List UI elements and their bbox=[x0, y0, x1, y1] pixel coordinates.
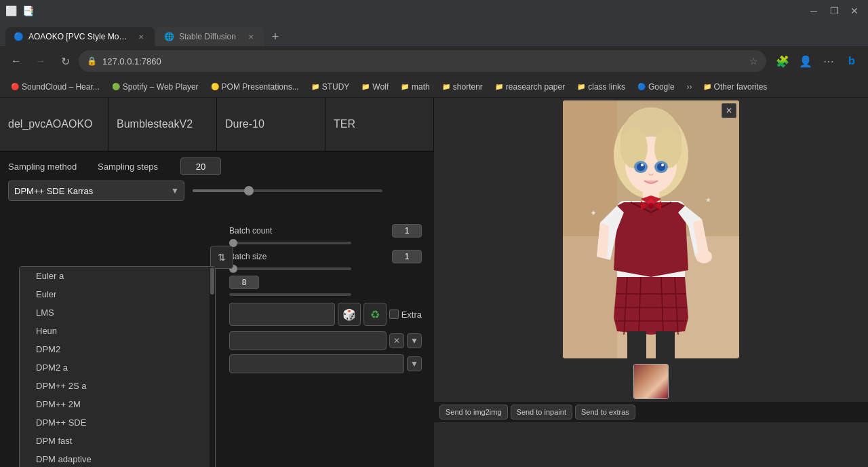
batch-size-slider-container bbox=[229, 267, 422, 270]
profile-button[interactable]: 👤 bbox=[795, 50, 816, 72]
dropdown-field-2[interactable] bbox=[229, 354, 404, 373]
sampling-section: Sampling method Sampling steps 20 DPM++ … bbox=[0, 152, 434, 212]
send-to-inpaint-button[interactable]: Send to inpaint bbox=[511, 405, 572, 419]
dropdown-item-dpmppsde[interactable]: DPM++ SDE bbox=[20, 413, 215, 432]
dropdown-item-label: DPM2 a bbox=[36, 362, 68, 373]
tab-stable-diffusion[interactable]: 🌐 Stable Diffusion ✕ bbox=[156, 27, 264, 46]
close-window-button[interactable]: ✕ bbox=[846, 3, 863, 19]
extra-checkbox-label[interactable]: Extra bbox=[389, 310, 422, 320]
maximize-button[interactable]: ❐ bbox=[826, 3, 842, 19]
dropdown-scrollbar[interactable] bbox=[210, 267, 215, 467]
main-content: del_pvcAOAOKO BumblesteakV2 Dure-10 TER … bbox=[0, 98, 868, 467]
browser-icon: ⬜ bbox=[5, 5, 17, 16]
dropdown-item-lms[interactable]: LMS bbox=[20, 303, 215, 322]
dropdown-item-heun[interactable]: Heun bbox=[20, 322, 215, 340]
send-to-extras-button[interactable]: Send to extras bbox=[575, 405, 635, 419]
swap-button[interactable]: ⇅ bbox=[210, 246, 233, 269]
extra-checkbox[interactable] bbox=[389, 310, 399, 319]
bookmark-classlinks[interactable]: 📁 class links bbox=[572, 79, 631, 94]
bookmark-pom[interactable]: 🟡 POM Presentations... bbox=[205, 79, 304, 94]
bookmark-google[interactable]: 🔵 Google bbox=[632, 79, 680, 94]
dropdown-item-dpmadaptive[interactable]: DPM adaptive bbox=[20, 450, 215, 467]
extensions-button[interactable]: 🧩 bbox=[772, 50, 793, 72]
bing-button[interactable]: b bbox=[841, 50, 863, 72]
recycle-button[interactable]: ♻ bbox=[363, 303, 387, 326]
dice-button[interactable]: 🎲 bbox=[338, 303, 361, 326]
nav-extra-icons: 🧩 👤 ⋯ b bbox=[772, 50, 863, 72]
thumbnail-0[interactable] bbox=[633, 364, 669, 399]
bookmark-math[interactable]: 📁 math bbox=[395, 79, 435, 94]
svg-point-12 bbox=[641, 164, 644, 166]
wolf-icon: 📁 bbox=[361, 83, 370, 90]
bookmark-label: POM Presentations... bbox=[222, 82, 299, 92]
tab-title-1: AOAOKO [PVC Style Model] - PV... bbox=[28, 32, 130, 41]
new-tab-button[interactable]: + bbox=[266, 27, 285, 46]
svg-rect-25 bbox=[627, 331, 646, 358]
back-button[interactable]: ← bbox=[5, 50, 27, 72]
bookmark-label: STUDY bbox=[322, 82, 350, 92]
dropdown-item-euler[interactable]: Euler bbox=[20, 285, 215, 303]
star-icon: ☆ bbox=[749, 56, 758, 67]
sampling-steps-fill bbox=[193, 189, 250, 192]
dropdown-item-euler-a[interactable]: Euler a bbox=[20, 267, 215, 285]
dropdown-item-dpmpp2sa[interactable]: DPM++ 2S a bbox=[20, 377, 215, 395]
dropdown-item-dpmpp2m[interactable]: DPM++ 2M bbox=[20, 395, 215, 413]
tab-aoaoko[interactable]: 🔵 AOAOKO [PVC Style Model] - PV... ✕ bbox=[5, 27, 155, 46]
model-card-2[interactable]: Dure-10 bbox=[217, 98, 326, 151]
bookmark-shortenr[interactable]: 📁 shortenr bbox=[437, 79, 488, 94]
pom-icon: 🟡 bbox=[211, 83, 219, 90]
dropdown-item-dpm2[interactable]: DPM2 bbox=[20, 340, 215, 358]
tab-close-1[interactable]: ✕ bbox=[136, 31, 146, 42]
other-icon: 📁 bbox=[703, 83, 711, 90]
dropdown-scrollbar-thumb[interactable] bbox=[210, 267, 214, 295]
more-bookmarks-button[interactable]: ›› bbox=[683, 79, 696, 94]
anime-character-svg: ✦ ★ bbox=[563, 100, 739, 358]
batch-size-label: Batch size bbox=[229, 252, 387, 261]
bookmark-other[interactable]: 📁 Other favorites bbox=[698, 79, 773, 94]
close-dropdown-btn[interactable]: ✕ bbox=[389, 333, 404, 348]
batch-config-panel: ⇅ Batch count 1 Batch size 1 bbox=[224, 219, 427, 379]
svg-point-27 bbox=[696, 250, 712, 263]
bookmark-wolf[interactable]: 📁 Wolf bbox=[356, 79, 394, 94]
bookmark-study[interactable]: 📁 STUDY bbox=[306, 79, 355, 94]
text-input-area[interactable] bbox=[229, 303, 335, 326]
batch-size-track bbox=[229, 267, 351, 270]
tab-close-2[interactable]: ✕ bbox=[245, 31, 256, 42]
address-bar[interactable]: 🔒 127.0.0.1:7860 ☆ bbox=[79, 50, 766, 72]
bookmark-soundcloud[interactable]: 🔴 SoundCloud – Hear... bbox=[5, 79, 105, 94]
dropdown-row-1: ✕ ▼ bbox=[229, 331, 422, 350]
action-icons-row: 🎲 ♻ Extra bbox=[229, 303, 422, 326]
reload-button[interactable]: ↻ bbox=[54, 50, 76, 72]
bookmark-label: SoundCloud – Hear... bbox=[22, 82, 100, 92]
lock-icon: 🔒 bbox=[87, 56, 97, 66]
minimize-button[interactable]: ─ bbox=[806, 3, 822, 19]
seed-display: 8 bbox=[229, 276, 259, 289]
dropdown-row-2: ▼ bbox=[229, 354, 422, 373]
bookmark-label: class links bbox=[588, 82, 625, 92]
dropdown-item-dpmfast[interactable]: DPM fast bbox=[20, 432, 215, 450]
dropdown-expand-btn-2[interactable]: ▼ bbox=[407, 356, 422, 371]
dropdown-item-label: Euler a bbox=[36, 271, 64, 281]
model-card-label-3: TER bbox=[334, 118, 355, 130]
sampling-method-select[interactable]: DPM++ SDE Karras bbox=[8, 181, 184, 201]
send-to-img2img-button[interactable]: Send to img2img bbox=[439, 405, 508, 419]
model-card-label-1: BumblesteakV2 bbox=[117, 118, 193, 130]
sampling-steps-thumb[interactable] bbox=[244, 186, 254, 195]
dropdown-item-dpm2a[interactable]: DPM2 a bbox=[20, 358, 215, 377]
menu-button[interactable]: ⋯ bbox=[818, 50, 840, 72]
sampling-selected-value: DPM++ SDE Karras bbox=[14, 186, 93, 196]
model-card-label-2: Dure-10 bbox=[225, 118, 264, 130]
extra-label: Extra bbox=[401, 310, 422, 320]
dropdown-field-1[interactable] bbox=[229, 331, 387, 350]
model-card-0[interactable]: del_pvcAOAOKO bbox=[0, 98, 108, 151]
google-icon: 🔵 bbox=[637, 83, 646, 90]
model-card-1[interactable]: BumblesteakV2 bbox=[108, 98, 217, 151]
batch-count-label: Batch count bbox=[229, 226, 387, 236]
dropdown-expand-btn[interactable]: ▼ bbox=[407, 333, 422, 348]
forward-button[interactable]: → bbox=[30, 50, 52, 72]
bookmark-research[interactable]: 📁 reasearch paper bbox=[490, 79, 570, 94]
close-image-button[interactable]: ✕ bbox=[722, 103, 736, 118]
model-card-3[interactable]: TER bbox=[326, 98, 434, 151]
sampling-dropdown-menu: Euler a Euler LMS Heun DPM2 DPM2 a bbox=[19, 266, 216, 467]
bookmark-spotify[interactable]: 🟢 Spotify – Web Player bbox=[106, 79, 204, 94]
